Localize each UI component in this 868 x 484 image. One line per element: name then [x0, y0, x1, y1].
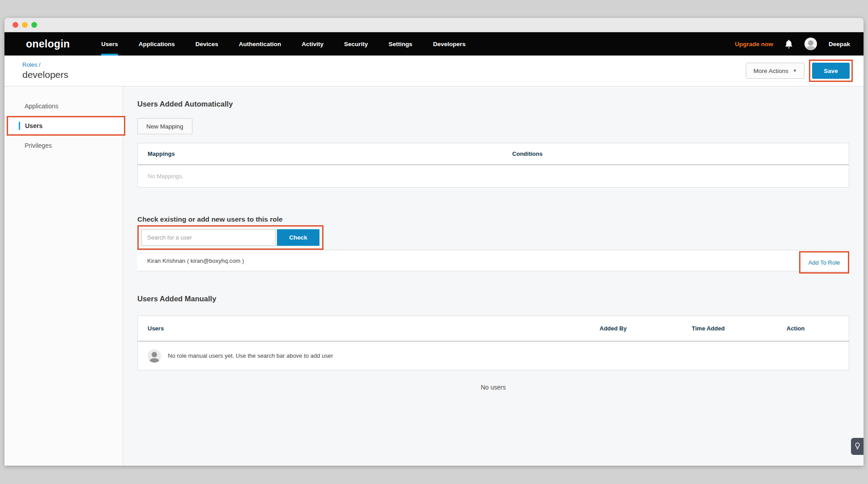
column-header-conditions: Conditions: [512, 150, 849, 157]
sidebar-item-applications[interactable]: Applications: [4, 96, 123, 116]
manual-users-empty-text: No role manual users yet. Use the search…: [168, 352, 333, 359]
page-title: developers: [22, 69, 68, 80]
section-heading-users-added-automatically: Users Added Automatically: [137, 100, 849, 108]
section-heading-users-added-manually: Users Added Manually: [137, 295, 849, 303]
nav-links: Users Applications Devices Authenticatio…: [101, 32, 465, 56]
mappings-table: Mappings Conditions No Mappings.: [137, 143, 849, 188]
nav-tab-settings[interactable]: Settings: [388, 32, 412, 56]
main-content: Users Added Automatically New Mapping Ma…: [123, 86, 864, 466]
caret-down-icon: ▼: [793, 69, 797, 73]
page-header: Roles / developers More Actions ▼ Save: [4, 56, 864, 86]
save-button[interactable]: Save: [812, 63, 850, 79]
person-icon: [808, 40, 813, 46]
sidebar-item-privileges[interactable]: Privileges: [4, 136, 123, 155]
nav-tab-activity[interactable]: Activity: [302, 32, 323, 56]
annotation-box-add-to-role: Add To Role: [799, 251, 849, 274]
nav-tab-applications[interactable]: Applications: [139, 32, 175, 56]
nav-tab-security[interactable]: Security: [344, 32, 368, 56]
user-result-text: Kiran Krishnan ( kiran@boxyhq.com ): [147, 257, 244, 264]
person-icon-body: [806, 46, 816, 50]
nav-tab-developers[interactable]: Developers: [433, 32, 466, 56]
nav-right-section: Upgrade now Deepak: [735, 32, 850, 56]
breadcrumb-wrap: Roles / developers: [22, 61, 68, 80]
onelogin-logo[interactable]: onelogin: [26, 38, 70, 50]
more-actions-label: More Actions: [753, 68, 788, 74]
window-titlebar: [4, 18, 864, 32]
window-close-button[interactable]: [13, 22, 18, 28]
search-user-input[interactable]: [141, 229, 276, 246]
mappings-empty-row: No Mappings.: [138, 165, 849, 187]
manual-users-table: Users Added By Time Added Action No role…: [137, 316, 849, 370]
sidebar-item-users-label: Users: [25, 122, 43, 129]
body-row: Applications Users Privileges Users Adde…: [4, 86, 864, 466]
column-header-added-by: Added By: [600, 325, 692, 332]
manual-users-empty-row: No role manual users yet. Use the search…: [138, 342, 849, 370]
window-minimize-button[interactable]: [22, 22, 28, 28]
user-name[interactable]: Deepak: [829, 41, 850, 47]
header-buttons: More Actions ▼ Save: [746, 60, 853, 82]
annotation-box-search: Check: [137, 225, 323, 250]
breadcrumb-roles-link[interactable]: Roles /: [22, 61, 68, 68]
active-indicator-bar: [19, 122, 20, 130]
nav-tab-users[interactable]: Users: [101, 32, 118, 56]
column-header-time-added: Time Added: [692, 325, 787, 332]
manual-users-table-header: Users Added By Time Added Action: [138, 316, 849, 342]
nav-tab-devices[interactable]: Devices: [196, 32, 218, 56]
app-window: onelogin Users Applications Devices Auth…: [4, 18, 864, 466]
window-maximize-button[interactable]: [31, 22, 37, 28]
placeholder-avatar-icon: [148, 349, 161, 363]
no-users-text: No users: [137, 384, 849, 391]
bell-icon[interactable]: [785, 39, 793, 48]
section-heading-check-users: Check existing or add new users to this …: [137, 215, 849, 223]
nav-tab-authentication[interactable]: Authentication: [239, 32, 281, 56]
top-navbar: onelogin Users Applications Devices Auth…: [4, 32, 864, 56]
user-result-row: Kiran Krishnan ( kiran@boxyhq.com ) Add …: [137, 250, 849, 271]
column-header-action: Action: [787, 325, 849, 332]
lightbulb-icon: [855, 442, 860, 450]
user-avatar[interactable]: [804, 38, 817, 50]
column-header-users: Users: [148, 325, 600, 332]
sidebar-item-users[interactable]: Users: [7, 116, 125, 136]
column-header-mappings: Mappings: [148, 150, 512, 157]
more-actions-button[interactable]: More Actions ▼: [746, 63, 804, 79]
mappings-table-header: Mappings Conditions: [138, 143, 849, 165]
left-sidebar: Applications Users Privileges: [4, 86, 123, 466]
add-to-role-link[interactable]: Add To Role: [808, 259, 840, 266]
feedback-lightbulb-tab[interactable]: [851, 438, 864, 455]
annotation-box-save: Save: [809, 60, 853, 82]
upgrade-now-link[interactable]: Upgrade now: [735, 41, 773, 47]
check-button[interactable]: Check: [277, 229, 319, 246]
new-mapping-button[interactable]: New Mapping: [137, 118, 192, 134]
